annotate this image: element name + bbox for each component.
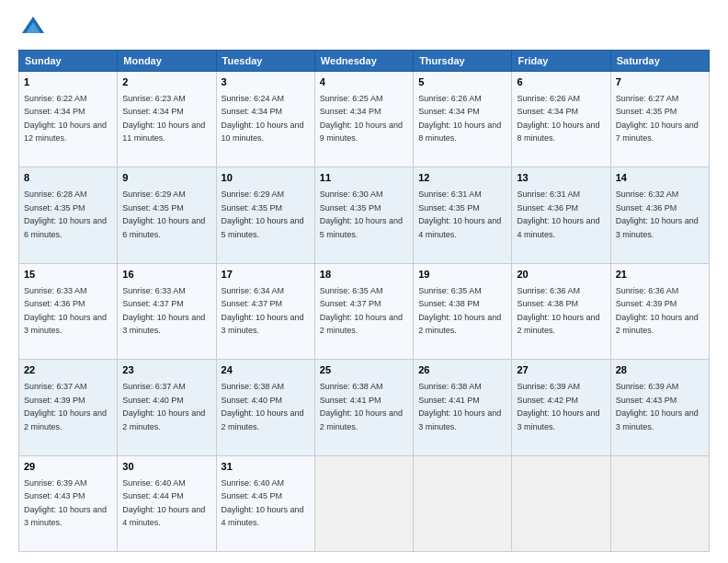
day-info: Sunrise: 6:24 AMSunset: 4:34 PMDaylight:… [222, 94, 304, 144]
day-info: Sunrise: 6:33 AMSunset: 4:37 PMDaylight:… [122, 286, 205, 336]
day-info: Sunrise: 6:32 AMSunset: 4:36 PMDaylight:… [616, 190, 699, 239]
day-number: 30 [122, 460, 210, 475]
day-info: Sunrise: 6:40 AMSunset: 4:44 PMDaylight:… [122, 478, 205, 528]
table-row: 8 Sunrise: 6:28 AMSunset: 4:35 PMDayligh… [19, 167, 118, 263]
day-number: 27 [517, 363, 605, 378]
table-row: 4 Sunrise: 6:25 AMSunset: 4:34 PMDayligh… [314, 72, 413, 167]
day-info: Sunrise: 6:31 AMSunset: 4:36 PMDaylight:… [517, 190, 599, 239]
table-row: 23 Sunrise: 6:37 AMSunset: 4:40 PMDaylig… [118, 360, 216, 455]
table-row: 12 Sunrise: 6:31 AMSunset: 4:35 PMDaylig… [414, 167, 512, 263]
day-info: Sunrise: 6:31 AMSunset: 4:35 PMDaylight:… [418, 190, 501, 239]
table-row [314, 455, 413, 551]
table-row: 30 Sunrise: 6:40 AMSunset: 4:44 PMDaylig… [118, 455, 216, 551]
table-row: 17 Sunrise: 6:34 AMSunset: 4:37 PMDaylig… [216, 263, 314, 359]
table-row: 20 Sunrise: 6:36 AMSunset: 4:38 PMDaylig… [512, 263, 610, 359]
day-info: Sunrise: 6:36 AMSunset: 4:38 PMDaylight:… [517, 286, 599, 336]
col-header-friday: Friday [512, 51, 610, 72]
day-info: Sunrise: 6:26 AMSunset: 4:34 PMDaylight:… [517, 94, 599, 144]
table-row: 16 Sunrise: 6:33 AMSunset: 4:37 PMDaylig… [118, 263, 216, 359]
table-row: 13 Sunrise: 6:31 AMSunset: 4:36 PMDaylig… [512, 167, 610, 263]
day-info: Sunrise: 6:38 AMSunset: 4:40 PMDaylight:… [222, 382, 304, 431]
table-row: 9 Sunrise: 6:29 AMSunset: 4:35 PMDayligh… [118, 167, 216, 263]
day-info: Sunrise: 6:23 AMSunset: 4:34 PMDaylight:… [122, 94, 205, 144]
table-row: 26 Sunrise: 6:38 AMSunset: 4:41 PMDaylig… [414, 360, 512, 455]
col-header-wednesday: Wednesday [314, 51, 413, 72]
day-number: 13 [517, 171, 605, 186]
day-info: Sunrise: 6:30 AMSunset: 4:35 PMDaylight:… [320, 190, 403, 239]
calendar-table: SundayMondayTuesdayWednesdayThursdayFrid… [18, 50, 710, 552]
day-info: Sunrise: 6:37 AMSunset: 4:40 PMDaylight:… [122, 382, 205, 431]
day-info: Sunrise: 6:34 AMSunset: 4:37 PMDaylight:… [222, 286, 304, 336]
day-info: Sunrise: 6:38 AMSunset: 4:41 PMDaylight:… [320, 382, 403, 431]
day-info: Sunrise: 6:38 AMSunset: 4:41 PMDaylight:… [418, 382, 501, 431]
day-number: 12 [418, 171, 506, 186]
table-row: 2 Sunrise: 6:23 AMSunset: 4:34 PMDayligh… [118, 72, 216, 167]
table-row: 19 Sunrise: 6:35 AMSunset: 4:38 PMDaylig… [414, 263, 512, 359]
col-header-saturday: Saturday [610, 51, 709, 72]
table-row [414, 455, 512, 551]
table-row: 21 Sunrise: 6:36 AMSunset: 4:39 PMDaylig… [610, 263, 709, 359]
table-row: 22 Sunrise: 6:37 AMSunset: 4:39 PMDaylig… [19, 360, 118, 455]
table-row: 24 Sunrise: 6:38 AMSunset: 4:40 PMDaylig… [216, 360, 314, 455]
day-info: Sunrise: 6:35 AMSunset: 4:38 PMDaylight:… [418, 286, 501, 336]
day-info: Sunrise: 6:39 AMSunset: 4:43 PMDaylight:… [616, 382, 699, 431]
day-info: Sunrise: 6:22 AMSunset: 4:34 PMDaylight:… [24, 94, 107, 144]
table-row: 29 Sunrise: 6:39 AMSunset: 4:43 PMDaylig… [19, 455, 118, 551]
table-row: 15 Sunrise: 6:33 AMSunset: 4:36 PMDaylig… [19, 263, 118, 359]
day-info: Sunrise: 6:28 AMSunset: 4:35 PMDaylight:… [24, 190, 107, 239]
day-number: 19 [418, 268, 506, 282]
table-row: 31 Sunrise: 6:40 AMSunset: 4:45 PMDaylig… [216, 455, 314, 551]
col-header-thursday: Thursday [414, 51, 512, 72]
day-info: Sunrise: 6:29 AMSunset: 4:35 PMDaylight:… [222, 190, 304, 239]
day-number: 7 [616, 75, 704, 90]
day-number: 8 [24, 171, 112, 186]
col-header-tuesday: Tuesday [216, 51, 314, 72]
day-number: 9 [122, 171, 210, 186]
logo [18, 15, 46, 40]
day-number: 15 [24, 268, 112, 282]
day-info: Sunrise: 6:33 AMSunset: 4:36 PMDaylight:… [24, 286, 107, 336]
day-number: 3 [222, 75, 310, 90]
day-number: 26 [418, 363, 506, 378]
table-row: 3 Sunrise: 6:24 AMSunset: 4:34 PMDayligh… [216, 72, 314, 167]
day-number: 11 [320, 171, 408, 186]
day-info: Sunrise: 6:39 AMSunset: 4:42 PMDaylight:… [517, 382, 599, 431]
table-row [512, 455, 610, 551]
day-info: Sunrise: 6:40 AMSunset: 4:45 PMDaylight:… [222, 478, 304, 528]
day-info: Sunrise: 6:39 AMSunset: 4:43 PMDaylight:… [24, 478, 107, 528]
table-row: 27 Sunrise: 6:39 AMSunset: 4:42 PMDaylig… [512, 360, 610, 455]
day-number: 16 [122, 268, 210, 282]
table-row: 25 Sunrise: 6:38 AMSunset: 4:41 PMDaylig… [314, 360, 413, 455]
day-number: 18 [320, 268, 408, 282]
day-info: Sunrise: 6:27 AMSunset: 4:35 PMDaylight:… [616, 94, 699, 144]
day-number: 28 [616, 363, 704, 378]
day-number: 14 [616, 171, 704, 186]
day-number: 6 [517, 75, 605, 90]
day-number: 17 [222, 268, 310, 282]
col-header-sunday: Sunday [19, 51, 118, 72]
day-number: 24 [222, 363, 310, 378]
table-row: 18 Sunrise: 6:35 AMSunset: 4:37 PMDaylig… [314, 263, 413, 359]
table-row: 6 Sunrise: 6:26 AMSunset: 4:34 PMDayligh… [512, 72, 610, 167]
table-row: 1 Sunrise: 6:22 AMSunset: 4:34 PMDayligh… [19, 72, 118, 167]
day-number: 10 [222, 171, 310, 186]
day-number: 31 [222, 460, 310, 475]
day-number: 22 [24, 363, 112, 378]
col-header-monday: Monday [118, 51, 216, 72]
table-row: 11 Sunrise: 6:30 AMSunset: 4:35 PMDaylig… [314, 167, 413, 263]
day-number: 21 [616, 268, 704, 282]
day-number: 1 [24, 75, 112, 90]
day-number: 20 [517, 268, 605, 282]
day-info: Sunrise: 6:26 AMSunset: 4:34 PMDaylight:… [418, 94, 501, 144]
day-info: Sunrise: 6:25 AMSunset: 4:34 PMDaylight:… [320, 94, 403, 144]
table-row: 14 Sunrise: 6:32 AMSunset: 4:36 PMDaylig… [610, 167, 709, 263]
day-info: Sunrise: 6:36 AMSunset: 4:39 PMDaylight:… [616, 286, 699, 336]
logo-icon [20, 15, 46, 40]
table-row: 28 Sunrise: 6:39 AMSunset: 4:43 PMDaylig… [610, 360, 709, 455]
table-row [610, 455, 709, 551]
day-info: Sunrise: 6:37 AMSunset: 4:39 PMDaylight:… [24, 382, 107, 431]
day-info: Sunrise: 6:29 AMSunset: 4:35 PMDaylight:… [122, 190, 205, 239]
table-row: 10 Sunrise: 6:29 AMSunset: 4:35 PMDaylig… [216, 167, 314, 263]
table-row: 7 Sunrise: 6:27 AMSunset: 4:35 PMDayligh… [610, 72, 709, 167]
day-number: 25 [320, 363, 408, 378]
